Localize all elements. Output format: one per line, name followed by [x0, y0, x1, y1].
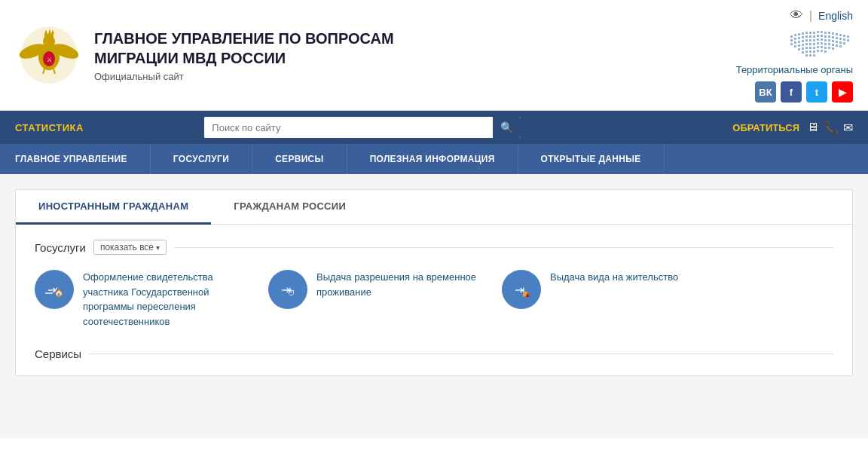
service-text-2[interactable]: Выдача разрешения на временное проживани… — [316, 270, 479, 299]
svg-rect-75 — [839, 45, 842, 47]
youtube-social-icon[interactable]: ▶ — [832, 81, 853, 103]
svg-rect-80 — [813, 47, 815, 49]
svg-rect-36 — [805, 35, 808, 38]
svg-rect-72 — [828, 43, 830, 45]
service-card-2[interactable]: ⇥ ⏱ Выдача разрешения на временное прожи… — [268, 270, 479, 329]
nav-right-area: ОБРАТИТЬСЯ 🖥 📞 ✉ — [732, 121, 853, 135]
svg-rect-79 — [809, 47, 811, 49]
logo-area: ⚔ ГЛАВНОЕ УПРАВЛЕНИЕ ПО ВОПРОСАМ МИГРАЦИ… — [15, 21, 736, 89]
nav-contact-icons: 🖥 📞 ✉ — [807, 121, 853, 135]
english-lang-link[interactable]: English — [818, 10, 853, 22]
phone-icon[interactable]: 📞 — [824, 121, 839, 135]
svg-rect-83 — [824, 47, 827, 49]
svg-rect-32 — [790, 39, 793, 41]
svg-rect-77 — [802, 47, 804, 50]
svg-rect-44 — [836, 37, 838, 39]
svg-rect-45 — [839, 38, 842, 40]
svg-rect-18 — [798, 33, 800, 35]
tab-russian-citizens[interactable]: ГРАЖДАНАМ РОССИИ — [211, 190, 368, 225]
svg-rect-60 — [836, 41, 838, 43]
search-input[interactable] — [204, 118, 493, 138]
svg-rect-38 — [813, 35, 815, 38]
svg-rect-85 — [832, 47, 834, 50]
service-text-3[interactable]: Выдача вида на жительство — [550, 270, 678, 285]
lang-area: 👁 | English — [790, 8, 853, 23]
svg-rect-24 — [821, 31, 823, 33]
svg-rect-56 — [821, 38, 823, 41]
contact-nav-item[interactable]: ОБРАТИТЬСЯ — [732, 122, 799, 133]
service-icon-1: ⇥ 🏠 — [35, 270, 74, 309]
nav-item-open-data[interactable]: ОТКРЫТЫЕ ДАННЫЕ — [518, 144, 665, 174]
tabs-header: ИНОСТРАННЫМ ГРАЖДАНАМ ГРАЖДАНАМ РОССИИ — [16, 190, 852, 225]
svg-rect-54 — [813, 39, 815, 41]
svg-rect-20 — [805, 32, 808, 34]
servisy-section-header: Сервисы — [35, 347, 833, 360]
svg-text:⏱: ⏱ — [288, 289, 295, 297]
svg-rect-70 — [821, 42, 823, 44]
nav-item-info[interactable]: ПОЛЕЗНАЯ ИНФОРМАЦИЯ — [347, 144, 518, 174]
site-header: ⚔ ГЛАВНОЕ УПРАВЛЕНИЕ ПО ВОПРОСАМ МИГРАЦИ… — [0, 0, 868, 111]
service-icon-2: ⇥ ⏱ — [268, 270, 307, 309]
svg-rect-78 — [805, 47, 808, 49]
svg-rect-73 — [832, 44, 834, 46]
search-box: 🔍 — [204, 117, 521, 138]
svg-rect-76 — [798, 48, 800, 50]
svg-rect-84 — [828, 47, 830, 49]
service-card-3[interactable]: ⇥ ⛺ Выдача вида на жительство — [502, 270, 713, 329]
svg-rect-87 — [805, 50, 808, 53]
svg-rect-55 — [817, 38, 819, 41]
mail-icon[interactable]: ✉ — [843, 121, 853, 135]
tab-foreign-citizens[interactable]: ИНОСТРАННЫМ ГРАЖДАНАМ — [16, 190, 211, 225]
service-text-1[interactable]: Оформление свидетельства участника Госуд… — [83, 270, 246, 329]
facebook-social-icon[interactable]: f — [781, 81, 802, 103]
monitor-icon[interactable]: 🖥 — [807, 121, 819, 134]
tab-content-foreign: Госуслуги показать все ⇥ 🏠 Оформление св… — [16, 225, 852, 375]
nav-item-main[interactable]: ГЛАВНОЕ УПРАВЛЕНИЕ — [0, 144, 151, 174]
svg-rect-25 — [824, 32, 827, 34]
svg-text:⛺: ⛺ — [521, 288, 531, 298]
search-button[interactable]: 🔍 — [493, 117, 521, 138]
svg-rect-33 — [794, 38, 796, 40]
svg-rect-41 — [824, 35, 827, 38]
service-card-1[interactable]: ⇥ 🏠 Оформление свидетельства участника Г… — [35, 270, 246, 329]
svg-rect-47 — [847, 39, 849, 41]
russia-map — [789, 29, 853, 58]
svg-rect-43 — [832, 36, 834, 38]
svg-rect-31 — [847, 35, 849, 38]
nav-item-servisy[interactable]: СЕРВИСЫ — [252, 144, 347, 174]
svg-rect-88 — [809, 50, 811, 53]
vk-social-icon[interactable]: ВК — [755, 81, 776, 103]
svg-rect-92 — [824, 50, 827, 53]
svg-rect-69 — [817, 42, 819, 44]
svg-rect-28 — [836, 33, 838, 35]
svg-rect-35 — [802, 36, 804, 38]
svg-rect-46 — [843, 38, 845, 41]
svg-rect-19 — [802, 32, 804, 35]
svg-rect-39 — [817, 35, 819, 37]
show-all-button[interactable]: показать все — [93, 240, 167, 255]
site-title: ГЛАВНОЕ УПРАВЛЕНИЕ ПО ВОПРОСАМ МИГРАЦИИ … — [94, 29, 394, 68]
section-divider — [174, 247, 833, 248]
site-subtitle: Официальный сайт — [94, 71, 394, 82]
header-right: 👁 | English — [736, 8, 853, 103]
svg-rect-27 — [832, 32, 834, 35]
svg-text:🏠: 🏠 — [54, 288, 64, 298]
svg-rect-62 — [843, 42, 845, 44]
svg-rect-53 — [809, 39, 811, 41]
svg-rect-7 — [44, 34, 53, 38]
svg-rect-93 — [805, 54, 808, 57]
svg-text:⚔: ⚔ — [47, 57, 52, 63]
svg-rect-86 — [802, 51, 804, 54]
svg-rect-50 — [798, 41, 800, 43]
territorial-organs-link[interactable]: Территориальные органы — [736, 64, 853, 75]
svg-rect-49 — [794, 41, 796, 44]
svg-rect-94 — [809, 54, 811, 57]
svg-rect-21 — [809, 32, 811, 34]
twitter-social-icon[interactable]: t — [806, 81, 827, 103]
accessibility-icon[interactable]: 👁 — [790, 8, 803, 23]
nav-item-gosuslugi[interactable]: ГОСУСЛУГИ — [151, 144, 252, 174]
svg-rect-37 — [809, 35, 811, 38]
svg-rect-29 — [839, 34, 842, 36]
statistics-nav-item[interactable]: СТАТИСТИКА — [15, 122, 84, 133]
svg-rect-74 — [836, 44, 838, 47]
